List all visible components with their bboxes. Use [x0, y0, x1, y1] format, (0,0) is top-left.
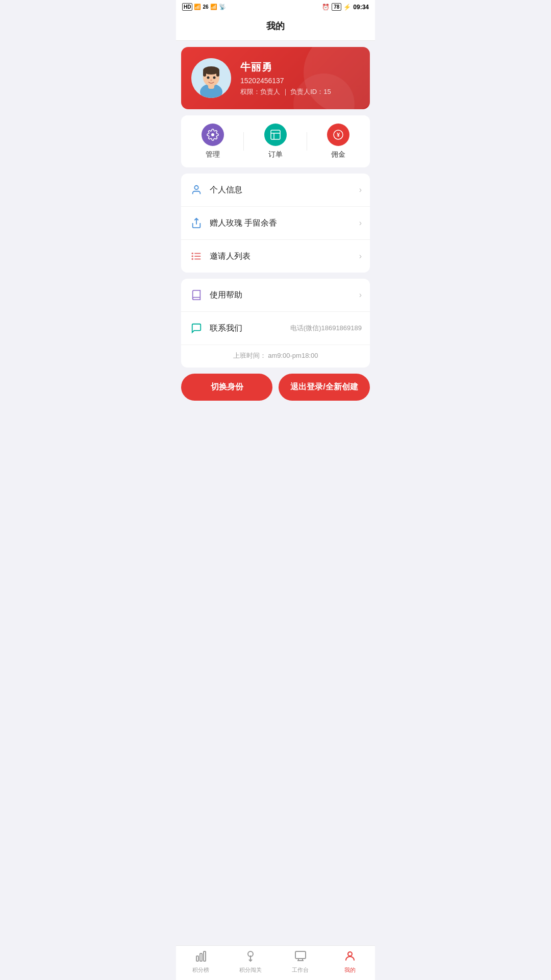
hd-indicator: HD [182, 3, 192, 11]
personal-info-right: › [359, 185, 362, 194]
invite-list-right: › [359, 252, 362, 261]
switch-identity-button[interactable]: 切换身份 [181, 374, 272, 401]
signal-1: 📶 [194, 4, 201, 10]
share-icon [189, 216, 204, 230]
chevron-right-icon-2: › [359, 218, 362, 228]
contact-label: 联系我们 [210, 323, 290, 334]
svg-rect-11 [271, 130, 280, 139]
quick-action-order[interactable]: 订单 [244, 124, 307, 159]
order-label: 订单 [268, 150, 283, 159]
chevron-right-icon: › [359, 185, 362, 194]
profile-info: 牛丽勇 15202456137 权限：负责人 ｜ 负责人ID：15 [240, 60, 331, 96]
menu-item-give-rose[interactable]: 赠人玫瑰 手留余香 › [181, 207, 370, 240]
personal-info-label: 个人信息 [210, 185, 359, 195]
signal-3: 📶 [210, 4, 217, 10]
give-rose-right: › [359, 218, 362, 228]
action-buttons: 切换身份 退出登录/全新创建 [181, 374, 370, 401]
alarm-icon: ⏰ [322, 4, 330, 11]
contact-value: 电话(微信)18691869189 [290, 324, 362, 333]
person-icon [189, 183, 204, 197]
svg-point-10 [211, 133, 214, 136]
menu-section-1: 个人信息 › 赠人玫瑰 手留余香 › [181, 174, 370, 273]
work-hours: 上班时间： am9:00-pm18:00 [181, 345, 370, 368]
svg-point-8 [213, 77, 216, 79]
svg-rect-6 [216, 70, 219, 77]
chat-icon [189, 321, 204, 335]
battery-indicator: 78 [332, 3, 341, 11]
svg-point-21 [192, 253, 193, 254]
svg-point-7 [207, 77, 210, 79]
status-right: ⏰ 78 ⚡ 09:34 [322, 3, 369, 11]
profile-name: 牛丽勇 [240, 60, 331, 74]
page-title: 我的 [176, 13, 375, 41]
status-left: HD 📶 26 📶 📡 [182, 3, 226, 11]
contact-right: 电话(微信)18691869189 [290, 324, 362, 333]
signal-2: 26 [203, 4, 208, 10]
profile-role: 权限：负责人 ｜ 负责人ID：15 [240, 87, 331, 96]
svg-rect-5 [203, 70, 206, 77]
menu-item-invite-list[interactable]: 邀请人列表 › [181, 240, 370, 273]
profile-card: 牛丽勇 15202456137 权限：负责人 ｜ 负责人ID：15 [181, 47, 370, 109]
order-icon [264, 124, 287, 146]
list-icon [189, 249, 204, 263]
chevron-right-icon-3: › [359, 252, 362, 261]
quick-action-commission[interactable]: ¥ 佣金 [307, 124, 370, 159]
svg-point-23 [192, 259, 193, 260]
status-bar: HD 📶 26 📶 📡 ⏰ 78 ⚡ 09:34 [176, 0, 375, 13]
manage-icon [202, 124, 224, 146]
help-right: › [359, 290, 362, 300]
svg-text:¥: ¥ [337, 132, 340, 138]
svg-point-22 [192, 256, 193, 257]
chevron-right-icon-4: › [359, 290, 362, 300]
logout-button[interactable]: 退出登录/全新创建 [279, 374, 370, 401]
invite-list-label: 邀请人列表 [210, 251, 359, 262]
quick-actions: 管理 订单 ¥ 佣金 [181, 115, 370, 167]
svg-point-16 [194, 186, 198, 189]
clock: 09:34 [353, 4, 369, 11]
menu-item-help[interactable]: 使用帮助 › [181, 279, 370, 312]
wifi-icon: 📡 [219, 4, 226, 10]
menu-item-contact[interactable]: 联系我们 电话(微信)18691869189 [181, 312, 370, 345]
commission-label: 佣金 [331, 150, 345, 159]
give-rose-label: 赠人玫瑰 手留余香 [210, 218, 359, 229]
charging-icon: ⚡ [343, 4, 351, 11]
help-label: 使用帮助 [210, 290, 359, 301]
quick-action-manage[interactable]: 管理 [181, 124, 244, 159]
commission-icon: ¥ [327, 124, 349, 146]
menu-item-personal-info[interactable]: 个人信息 › [181, 174, 370, 207]
profile-phone: 15202456137 [240, 77, 331, 85]
avatar [191, 58, 231, 98]
svg-point-9 [210, 80, 212, 81]
manage-label: 管理 [206, 150, 220, 159]
help-contact-section: 使用帮助 › 联系我们 电话(微信)18691869189 上班时间： am9:… [181, 279, 370, 368]
book-icon [189, 288, 204, 302]
